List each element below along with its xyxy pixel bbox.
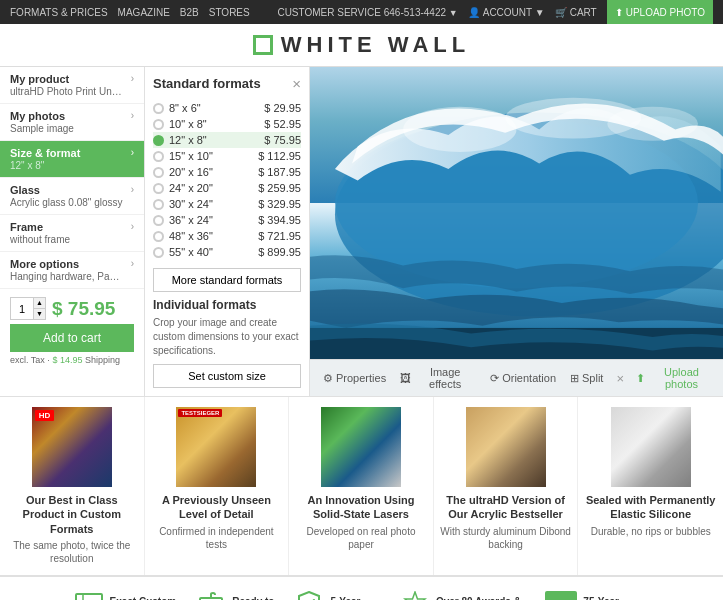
upload-icon: ⬆ [636, 372, 645, 385]
format-row-2[interactable]: 12" x 8" $ 75.95 [153, 132, 301, 148]
nav-formats[interactable]: FORMATS & PRICES [10, 7, 108, 18]
close-toolbar-button[interactable]: × [612, 369, 628, 388]
format-row-7[interactable]: 36" x 24" $ 394.95 [153, 212, 301, 228]
feature-image-detail: TESTSIEGER [176, 407, 256, 487]
qty-down-arrow[interactable]: ▼ [34, 309, 45, 319]
format-row-6[interactable]: 30" x 24" $ 329.95 [153, 196, 301, 212]
feature-card-lasers[interactable]: An Innovation Using Solid-State Lasers D… [289, 397, 434, 575]
format-radio-2 [153, 135, 164, 146]
wave-image [310, 67, 723, 396]
sidebar-item-glass[interactable]: Glass Acrylic glass 0.08" glossy › [0, 178, 144, 215]
sidebar-item-my-product[interactable]: My product ultraHD Photo Print Under Acr… [0, 67, 144, 104]
format-price-1: $ 52.95 [264, 118, 301, 130]
logo-bar: WHITE WALL [0, 24, 723, 67]
add-to-cart-button[interactable]: Add to cart [10, 324, 134, 352]
feature-card-detail[interactable]: TESTSIEGER A Previously Unseen Level of … [145, 397, 290, 575]
my-product-subtitle: ultraHD Photo Print Under Acry... [10, 86, 125, 97]
upload-photos-button[interactable]: ⬆ Upload photos [636, 366, 715, 390]
upload-photo-button[interactable]: ⬆ UPLOAD PHOTO [607, 0, 713, 24]
quantity-stepper[interactable]: ▲ ▼ [10, 297, 46, 320]
format-size-3: 15" x 10" [169, 150, 258, 162]
more-options-subtitle: Hanging hardware, Paper, Corn... [10, 271, 125, 282]
top-nav: FORMATS & PRICES MAGAZINE B2B STORES CUS… [0, 0, 723, 24]
my-photos-title: My photos [10, 110, 74, 122]
feature-title-lasers: An Innovation Using Solid-State Lasers [295, 493, 427, 522]
logo: WHITE WALL [253, 32, 470, 58]
my-photos-subtitle: Sample image [10, 123, 74, 134]
close-formats-button[interactable]: × [292, 75, 301, 92]
format-row-4[interactable]: 20" x 16" $ 187.95 [153, 164, 301, 180]
price-section: ▲ ▼ $ 75.95 Add to cart excl. Tax · $ 14… [0, 289, 144, 373]
feature-desc-uhd: The same photo, twice the resolution [6, 539, 138, 565]
formats-panel: Standard formats × 8" x 6" $ 29.95 10" x… [145, 67, 310, 396]
individual-formats-desc: Crop your image and create custom dimens… [153, 316, 301, 358]
feature-card-ultrahd[interactable]: The ultraHD Version of Our Acrylic Bests… [434, 397, 579, 575]
format-radio-8 [153, 231, 164, 242]
format-row-8[interactable]: 48" x 36" $ 721.95 [153, 228, 301, 244]
guarantee-label-1: 5-Year [330, 596, 379, 600]
format-rows: 8" x 6" $ 29.95 10" x 8" $ 52.95 12" x 8… [153, 100, 301, 260]
chevron-right-icon-5: › [131, 221, 134, 232]
image-effects-button[interactable]: 🖼 Image effects [395, 363, 481, 393]
orientation-icon: ⟳ [490, 372, 499, 385]
format-row-3[interactable]: 15" x 10" $ 112.95 [153, 148, 301, 164]
format-price-4: $ 187.95 [258, 166, 301, 178]
svg-point-4 [403, 107, 516, 152]
format-row-5[interactable]: 24" x 20" $ 259.95 [153, 180, 301, 196]
frame-subtitle: without frame [10, 234, 70, 245]
format-price-0: $ 29.95 [264, 102, 301, 114]
feature-desc-detail: Confirmed in independent tests [151, 525, 283, 551]
set-custom-size-button[interactable]: Set custom size [153, 364, 301, 388]
orientation-button[interactable]: ⟳ Orientation [485, 369, 561, 388]
format-price-5: $ 259.95 [258, 182, 301, 194]
frame-title: Frame [10, 221, 70, 233]
format-size-6: 30" x 24" [169, 198, 258, 210]
feature-card-uhd[interactable]: HD Our Best in Class Product in Custom F… [0, 397, 145, 575]
properties-icon: ⚙ [323, 372, 333, 385]
custom-formats-label-1: Exact Custom [110, 596, 177, 600]
sidebar-item-more-options[interactable]: More options Hanging hardware, Paper, Co… [0, 252, 144, 289]
cart-link[interactable]: 🛒CART [555, 7, 597, 18]
nav-b2b[interactable]: B2B [180, 7, 199, 18]
sidebar-item-my-photos[interactable]: My photos Sample image › [0, 104, 144, 141]
main-content: My product ultraHD Photo Print Under Acr… [0, 67, 723, 396]
format-price-6: $ 329.95 [258, 198, 301, 210]
chevron-right-icon-6: › [131, 258, 134, 269]
badge-custom-formats: Exact Custom Formats [74, 593, 177, 600]
format-radio-7 [153, 215, 164, 226]
split-button[interactable]: ⊞ Split [565, 369, 608, 388]
nav-magazine[interactable]: MAGAZINE [118, 7, 170, 18]
awards-label-1: Over 80 Awards & [436, 596, 525, 600]
awards-icon [400, 591, 430, 600]
split-icon: ⊞ [570, 372, 579, 385]
format-row-0[interactable]: 8" x 6" $ 29.95 [153, 100, 301, 116]
format-price-3: $ 112.95 [258, 150, 301, 162]
sidebar-item-size-format[interactable]: Size & format 12" x 8" › [0, 141, 144, 178]
account-link[interactable]: 👤ACCOUNT ▼ [468, 7, 545, 18]
feature-desc-sealed: Durable, no rips or bubbles [584, 525, 717, 538]
more-formats-button[interactable]: More standard formats [153, 268, 301, 292]
badge-awards: Over 80 Awards & Recommendations [400, 591, 525, 600]
format-size-8: 48" x 36" [169, 230, 258, 242]
price-display: $ 75.95 [52, 298, 115, 320]
qty-up-arrow[interactable]: ▲ [34, 298, 45, 309]
individual-formats-title: Individual formats [153, 298, 301, 312]
format-row-9[interactable]: 55" x 40" $ 899.95 [153, 244, 301, 260]
properties-button[interactable]: ⚙ Properties [318, 369, 391, 388]
format-price-8: $ 721.95 [258, 230, 301, 242]
guarantee-icon [294, 591, 324, 600]
logo-text: WHITE WALL [281, 32, 470, 58]
shipping-link[interactable]: $ 14.95 [52, 355, 82, 365]
format-size-0: 8" x 6" [169, 102, 264, 114]
nav-stores[interactable]: STORES [209, 7, 250, 18]
sidebar-item-frame[interactable]: Frame without frame › [0, 215, 144, 252]
format-row-1[interactable]: 10" x 8" $ 52.95 [153, 116, 301, 132]
customer-service[interactable]: CUSTOMER SERVICE 646-513-4422 ▼ [277, 7, 457, 18]
ready-hang-icon [196, 592, 226, 600]
format-size-9: 55" x 40" [169, 246, 258, 258]
feature-card-sealed[interactable]: Sealed with Permanently Elastic Silicone… [578, 397, 723, 575]
ready-hang-label-1: Ready to [232, 596, 274, 600]
format-price-9: $ 899.95 [258, 246, 301, 258]
quantity-input[interactable] [11, 298, 33, 319]
feature-desc-ultrahd: With sturdy aluminum Dibond backing [440, 525, 572, 551]
